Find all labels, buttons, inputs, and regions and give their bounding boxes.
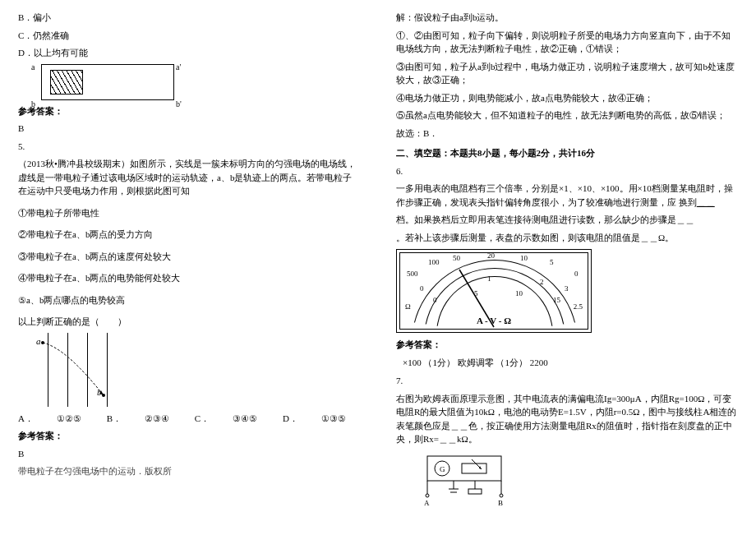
diag-label-b1: b (31, 99, 35, 108)
opt-c-val: ③④⑤ (233, 413, 257, 423)
svg-rect-6 (462, 464, 486, 473)
circuit-diagram: G A B (413, 451, 528, 517)
rect-diagram (41, 64, 174, 100)
meter-unit: A - V - Ω (400, 316, 588, 325)
q6-text-a: 一多用电表的电阻档有三个倍率，分别是×1、×10、×100。用×10档测量某电阻… (396, 182, 738, 209)
q6-text-c: 。若补上该步骤后测量，表盘的示数如图，则该电阻的阻值是＿＿Ω。 (396, 231, 738, 245)
answer-label-1: 参考答案： (18, 104, 360, 118)
footnote: 带电粒子在匀强电场中的运动．版权所 (18, 464, 360, 478)
sol-6: 故选：B． (396, 127, 738, 141)
option-c: C．仍然准确 (18, 29, 360, 43)
q6a-body: 一多用电表的电阻档有三个倍率，分别是×1、×10、×100。用×10档测量某电阻… (396, 183, 733, 207)
q6-text-b: 档。如果换档后立即用表笔连接待测电阻进行读数，那么缺少的步骤是＿＿ (396, 213, 738, 227)
opt-c-key: C． (195, 413, 210, 423)
sol-1: 解：假设粒子由a到b运动。 (396, 11, 738, 25)
multimeter-diagram: 500 100 50 20 10 5 0 0 1 2 3 0 5 10 15 Ω… (396, 249, 592, 333)
opt-d-val: ①③⑤ (321, 413, 346, 423)
circuit-svg: G A B (413, 451, 528, 517)
right-column: 解：假设粒子由a到b运动。 ①、②由图可知，粒子向下偏转，则说明粒子所受的电场力… (378, 0, 756, 535)
left-column: B．偏小 C．仍然准确 D．以上均有可能 a a' b b' 参考答案： B 5… (0, 0, 378, 535)
sol-4: ④电场力做正功，则电势能减小，故a点电势能较大，故④正确； (396, 91, 738, 105)
sol-5: ⑤虽然a点电势能较大，但不知道粒子的电性，故无法判断电势的高低，故⑤错误； (396, 108, 738, 122)
section-heading-2: 二、填空题：本题共8小题，每小题2分，共计16分 (396, 146, 738, 160)
term-a: A (424, 499, 430, 507)
q7-text: 右图为欧姆表面原理示意图，其中电流表的满偏电流Ig=300μA，内阻Rg=100… (396, 392, 738, 446)
option-b: B．偏小 (18, 11, 360, 25)
opt-a-val: ①②⑤ (57, 413, 81, 423)
choice-3: ③带电粒子在a、b两点的速度何处较大 (18, 250, 360, 264)
opt-a-key: A． (18, 413, 34, 423)
exam-page: B．偏小 C．仍然准确 D．以上均有可能 a a' b b' 参考答案： B 5… (0, 0, 756, 535)
q5-text: （2013秋•腾冲县校级期末）如图所示，实线是一簇未标明方向的匀强电场的电场线，… (18, 157, 360, 198)
q7-num: 7. (396, 374, 738, 388)
choice-2: ②带电粒子在a、b两点的受力方向 (18, 228, 360, 242)
svg-point-0 (41, 341, 44, 344)
opt-d-key: D． (283, 413, 298, 423)
diag-label-b2: b' (176, 99, 182, 108)
svg-point-10 (426, 494, 429, 497)
opt-b-val: ②③④ (145, 413, 169, 423)
meter-inner: 500 100 50 20 10 5 0 0 1 2 3 0 5 10 15 Ω… (399, 252, 588, 330)
q6-num: 6. (396, 164, 738, 178)
choice-prompt: 以上判断正确的是（ ） (18, 315, 360, 329)
field-diagram: a b (33, 333, 131, 407)
sol-3: ③由图可知，粒子从a到b过程中，电场力做正功，说明粒子速度增大，故可知b处速度较… (396, 60, 738, 87)
choice-4: ④带电粒子在a、b两点的电势能何处较大 (18, 271, 360, 285)
choice-5: ⑤a、b两点哪点的电势较高 (18, 293, 360, 307)
svg-text:G: G (440, 465, 445, 473)
answer-6: ×100 （1分） 欧姆调零 （1分） 2200 (403, 356, 738, 370)
opt-b-key: B． (107, 413, 122, 423)
q5-num: 5. (18, 140, 360, 154)
option-d: D．以上均有可能 (18, 46, 360, 60)
diagram-wrapper: a a' b b' (18, 64, 360, 100)
svg-point-11 (500, 494, 503, 497)
choice-1: ①带电粒子所带电性 (18, 206, 360, 220)
options-row: A．①②⑤ B．②③④ C．③④⑤ D．①③⑤ (18, 412, 360, 426)
svg-rect-16 (468, 489, 482, 494)
q6-blank-1: ＿＿ (697, 197, 715, 207)
diag-label-a2: a' (176, 62, 181, 71)
answer-1: B (18, 122, 360, 136)
term-b: B (498, 499, 503, 507)
diag-label-a1: a (31, 62, 35, 71)
answer-2: B (18, 447, 360, 461)
sol-2: ①、②由图可知，粒子向下偏转，则说明粒子所受的电场力方向竖直向下，由于不知电场线… (396, 29, 738, 56)
answer-label-6: 参考答案： (396, 338, 738, 352)
svg-rect-3 (427, 456, 501, 481)
hatch-block (50, 70, 83, 95)
trajectory-curve (33, 333, 131, 407)
answer-label-2: 参考答案： (18, 429, 360, 443)
